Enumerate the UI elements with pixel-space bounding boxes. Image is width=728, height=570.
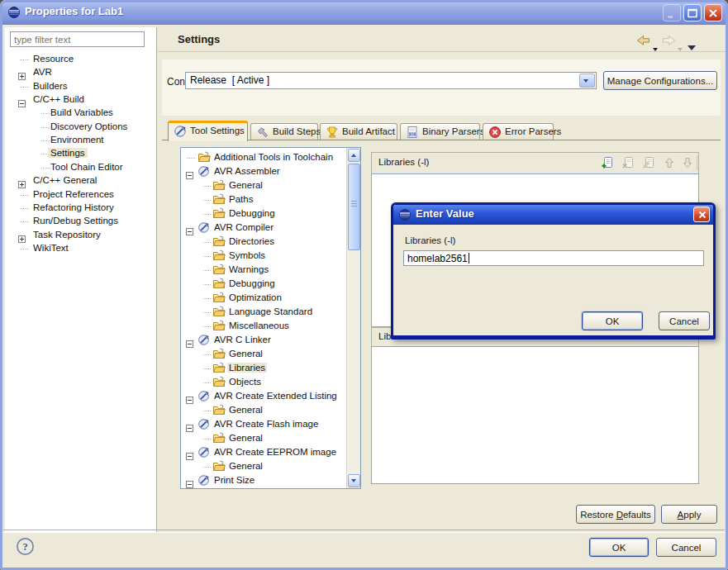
tree-connector: [20, 195, 29, 196]
tree-item-objects[interactable]: Objects: [181, 375, 346, 389]
libraries-value-input[interactable]: homelab2561: [403, 250, 704, 266]
tree-item-avr-assembler[interactable]: AVR Assembler: [181, 164, 346, 178]
sidebar-item-avr[interactable]: AVR: [5, 66, 155, 79]
folder-icon: [212, 320, 226, 332]
maximize-button[interactable]: [683, 4, 702, 21]
dialog-cancel-button[interactable]: Cancel: [659, 311, 710, 330]
tree-item-debugging[interactable]: Debugging: [181, 207, 346, 221]
scroll-down-button[interactable]: [348, 474, 360, 487]
tool-icon: [197, 418, 211, 430]
manage-configurations-button[interactable]: Manage Configurations...: [603, 71, 717, 90]
sidebar-item-settings[interactable]: Settings: [5, 147, 155, 160]
sidebar-item-c-c-general[interactable]: C/C++ General: [5, 174, 155, 188]
tree-item-optimization[interactable]: Optimization: [181, 291, 346, 305]
tree-item-general[interactable]: General: [181, 431, 346, 445]
tree-item-paths[interactable]: Paths: [181, 192, 346, 207]
cancel-button[interactable]: Cancel: [656, 538, 716, 557]
restore-defaults-button[interactable]: Restore Defaults: [576, 505, 655, 524]
tree-expander-icon[interactable]: [186, 449, 193, 456]
filter-input[interactable]: [10, 31, 145, 47]
tree-expander-icon[interactable]: [186, 168, 193, 175]
add-icon[interactable]: [600, 155, 615, 170]
back-menu-button[interactable]: [653, 40, 658, 55]
tree-item-avr-c-linker[interactable]: AVR C Linker: [181, 333, 346, 347]
toolbar-separator: [697, 155, 697, 170]
folder-icon: [212, 404, 226, 416]
combo-arrow-icon[interactable]: [579, 74, 595, 88]
tree-item-warnings[interactable]: Warnings: [181, 263, 346, 277]
tree-item-directories[interactable]: Directories: [181, 235, 346, 249]
tree-item-general[interactable]: General: [181, 347, 346, 361]
back-button[interactable]: [636, 34, 651, 49]
tree-item-avr-create-flash-image[interactable]: AVR Create Flash image: [181, 417, 346, 431]
sidebar-item-resource[interactable]: Resource: [5, 53, 155, 66]
tool-icon: [197, 446, 211, 458]
tree-item-additional-tools-in-toolchain[interactable]: Additional Tools in Toolchain: [181, 150, 346, 164]
folder-icon: [212, 348, 226, 360]
tree-item-avr-compiler[interactable]: AVR Compiler: [181, 221, 346, 235]
sidebar-item-environment[interactable]: Environment: [5, 134, 155, 147]
sidebar-item-wikitext[interactable]: WikiText: [5, 242, 155, 255]
tree-expander-icon[interactable]: [18, 177, 26, 184]
text-cursor: [469, 253, 469, 264]
dialog-close-button[interactable]: [693, 207, 710, 222]
sidebar-item-c-c-build[interactable]: C/C++ Build: [5, 93, 155, 107]
ok-button[interactable]: OK: [589, 538, 649, 557]
tab-tool-settings[interactable]: Tool Settings: [168, 121, 248, 141]
tree-expander-icon[interactable]: [186, 477, 193, 484]
apply-button[interactable]: Apply: [661, 505, 717, 524]
tree-item-general[interactable]: General: [181, 459, 346, 473]
tab-error-parsers[interactable]: Error Parsers: [483, 123, 554, 140]
configuration-select[interactable]: Release [ Active ]: [185, 72, 597, 89]
window-title: Properties for Lab1: [25, 5, 123, 17]
tab-build-artifact[interactable]: Build Artifact: [320, 123, 397, 140]
tree-expander-icon[interactable]: [186, 224, 193, 231]
help-button[interactable]: ?: [16, 537, 35, 556]
sidebar-item-build-variables[interactable]: Build Variables: [5, 107, 155, 120]
window-titlebar[interactable]: Properties for Lab1: [0, 0, 728, 25]
close-button[interactable]: [704, 4, 722, 21]
tree-item-symbols[interactable]: Symbols: [181, 249, 346, 263]
tree-expander-icon[interactable]: [18, 69, 26, 76]
page-title: Settings: [178, 33, 220, 45]
sidebar-item-builders[interactable]: Builders: [5, 80, 155, 93]
sidebar-item-refactoring-history[interactable]: Refactoring History: [5, 202, 155, 215]
scrollbar-thumb[interactable]: [348, 164, 360, 250]
tree-item-label: General: [227, 433, 264, 443]
tree-expander-icon[interactable]: [186, 420, 193, 428]
scroll-up-button[interactable]: [348, 149, 360, 162]
dialog-ok-button[interactable]: OK: [582, 311, 643, 330]
forward-icon: [661, 36, 676, 50]
tree-expander-icon[interactable]: [18, 231, 26, 239]
tree-item-debugging[interactable]: Debugging: [181, 277, 346, 291]
tree-item-print-size[interactable]: Print Size: [181, 473, 346, 487]
tree-item-language-standard[interactable]: Language Standard: [181, 305, 346, 319]
tree-item-avr-create-extended-listing[interactable]: AVR Create Extended Listing: [181, 389, 346, 403]
forward-menu-button[interactable]: [678, 40, 683, 55]
sidebar-item-task-repository[interactable]: Task Repository: [5, 229, 155, 242]
sidebar-item-run-debug-settings[interactable]: Run/Debug Settings: [5, 215, 155, 228]
tree-item-general[interactable]: General: [181, 178, 346, 192]
tree-connector: [203, 298, 211, 299]
library-path-list[interactable]: [371, 346, 699, 484]
tree-expander-icon[interactable]: [18, 96, 26, 103]
tree-item-miscellaneous[interactable]: Miscellaneous: [181, 319, 346, 333]
tool-icon: [197, 390, 211, 402]
header-separator: [158, 51, 726, 52]
tab-build-steps[interactable]: Build Steps: [250, 123, 318, 140]
minimize-button[interactable]: [663, 4, 681, 21]
folder-icon: [197, 151, 211, 164]
tab-binary-parsers[interactable]: 010Binary Parsers: [400, 123, 480, 140]
tree-connector: [203, 382, 211, 383]
sidebar-item-project-references[interactable]: Project References: [5, 188, 155, 202]
sidebar-item-discovery-options[interactable]: Discovery Options: [5, 121, 155, 134]
tree-expander-icon[interactable]: [186, 392, 193, 400]
tree-item-libraries[interactable]: Libraries: [181, 361, 346, 375]
tree-item-avr-create-eeprom-image[interactable]: AVR Create EEPROM image: [181, 445, 346, 459]
sidebar-item-label: Resource: [31, 54, 76, 64]
forward-button[interactable]: [661, 34, 676, 49]
tree-expander-icon[interactable]: [186, 336, 193, 344]
sidebar-item-tool-chain-editor[interactable]: Tool Chain Editor: [5, 161, 155, 174]
dialog-titlebar[interactable]: Enter Value: [393, 205, 713, 225]
tree-item-general[interactable]: General: [181, 403, 346, 417]
